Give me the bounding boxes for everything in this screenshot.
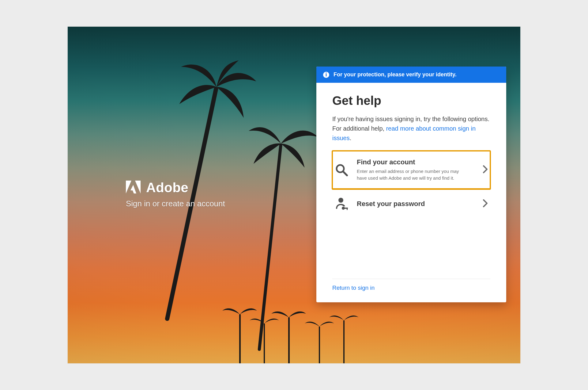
intro-suffix: .	[350, 135, 352, 141]
svg-rect-3	[264, 323, 265, 363]
adobe-logo-icon	[126, 181, 141, 195]
svg-rect-5	[319, 327, 320, 363]
identity-banner-text: For your protection, please verify your …	[334, 71, 457, 78]
card-footer: Return to sign in	[316, 273, 506, 302]
help-options: Find your account Enter an email address…	[332, 151, 490, 219]
chevron-right-icon	[483, 199, 488, 208]
card-title: Get help	[332, 94, 490, 108]
option-label: Reset your password	[357, 200, 476, 208]
brand-name: Adobe	[146, 180, 188, 195]
option-desc: Enter an email address or phone number y…	[357, 168, 467, 182]
svg-rect-6	[343, 320, 345, 363]
chevron-right-icon	[483, 165, 488, 174]
search-icon	[333, 162, 350, 177]
user-key-icon	[333, 197, 350, 211]
svg-rect-12	[347, 208, 348, 210]
identity-banner: i For your protection, please verify you…	[316, 67, 506, 83]
signin-help-screen: Adobe Sign in or create an account i For…	[68, 27, 520, 363]
svg-rect-4	[288, 317, 290, 363]
info-icon: i	[323, 72, 329, 78]
help-card: i For your protection, please verify you…	[316, 67, 506, 302]
option-find-account[interactable]: Find your account Enter an email address…	[332, 151, 490, 189]
brand-block: Adobe Sign in or create an account	[126, 180, 225, 208]
svg-point-9	[338, 198, 343, 203]
return-to-signin-link[interactable]: Return to sign in	[332, 285, 375, 291]
svg-line-8	[343, 172, 347, 175]
card-intro: If you're having issues signing in, try …	[332, 114, 490, 143]
option-label: Find your account	[357, 158, 476, 166]
svg-rect-2	[239, 314, 241, 363]
brand-subtitle: Sign in or create an account	[126, 199, 225, 208]
option-reset-password[interactable]: Reset your password	[332, 189, 490, 219]
